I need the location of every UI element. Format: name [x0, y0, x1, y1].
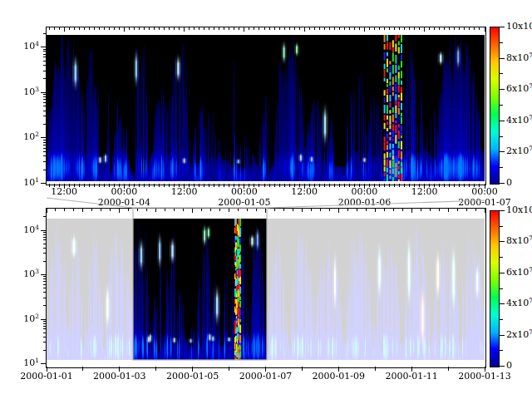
label-base: 2x10: [506, 145, 529, 156]
x-minor-tick: [339, 184, 340, 187]
colorbar-minor-tick: [500, 350, 503, 351]
x-top-minor-tick: [256, 209, 257, 211]
x-top-minor-tick: [279, 27, 280, 30]
y-minor-tick: [43, 161, 47, 162]
label-exponent: 3: [35, 268, 39, 275]
y-minor-tick: [43, 288, 47, 288]
y-minor-tick: [43, 321, 47, 322]
x-minor-tick: [474, 184, 475, 187]
y-minor-tick: [43, 284, 47, 285]
label-base: 10: [23, 268, 35, 279]
x-minor-tick: [404, 184, 405, 187]
y-major-tick: [41, 230, 46, 231]
x-top-minor-tick: [283, 209, 284, 211]
x-top-minor-tick: [101, 209, 101, 211]
date-tick-label: 2000-01-11: [378, 372, 445, 381]
label-base: 10: [23, 131, 35, 142]
colorbar-tick-label: 4x107: [506, 298, 532, 308]
x-top-minor-tick: [219, 209, 220, 211]
x-top-minor-tick: [128, 209, 129, 211]
top-spectrogram-canvas[interactable]: [47, 35, 485, 181]
y-minor-tick: [43, 155, 47, 156]
x-top-minor-tick: [319, 27, 320, 30]
x-top-minor-tick: [54, 27, 55, 30]
x-top-minor-tick: [149, 27, 150, 30]
label-base: 4x10: [506, 298, 529, 308]
label-exponent: 4: [35, 224, 39, 231]
x-minor-tick: [454, 184, 455, 187]
x-top-minor-tick: [110, 209, 111, 211]
x-minor-tick: [224, 184, 224, 187]
x-top-minor-tick: [104, 27, 105, 30]
x-top-minor-tick: [366, 209, 367, 211]
x-top-minor-tick: [238, 209, 239, 211]
colorbar-minor-tick: [500, 105, 503, 106]
x-minor-tick: [434, 184, 435, 187]
x-top-tick: [47, 209, 47, 213]
y-minor-tick: [43, 332, 47, 333]
x-top-minor-tick: [229, 27, 229, 30]
colorbar-minor-tick: [500, 226, 503, 227]
x-major-tick: [155, 367, 156, 371]
y-minor-tick: [43, 61, 47, 62]
x-top-minor-tick: [299, 27, 300, 30]
x-top-minor-tick: [393, 209, 394, 211]
x-top-minor-tick: [259, 27, 259, 30]
x-top-minor-tick: [89, 27, 90, 30]
x-minor-tick: [174, 184, 175, 187]
x-top-minor-tick: [209, 27, 209, 30]
x-top-minor-tick: [419, 27, 420, 30]
x-top-tick: [265, 209, 266, 213]
colorbar-bottom: [490, 210, 500, 367]
colorbar-tick-label: 8x107: [506, 236, 532, 246]
x-top-minor-tick: [454, 27, 455, 30]
colorbar-tick-label: 4x107: [506, 116, 532, 126]
x-minor-tick: [264, 184, 265, 187]
colorbar-tick-label: 0: [506, 361, 512, 371]
y-major-tick: [41, 319, 46, 320]
x-top-minor-tick: [311, 209, 312, 211]
x-top-minor-tick: [369, 27, 370, 30]
y-minor-tick: [43, 57, 47, 57]
x-top-minor-tick: [49, 27, 50, 30]
x-minor-tick: [439, 184, 440, 187]
x-tick-label: 00:00: [451, 187, 518, 196]
x-minor-tick: [354, 184, 355, 187]
y-minor-tick: [43, 261, 47, 262]
colorbar-tick: [500, 183, 505, 184]
overview-spectrogram-canvas[interactable]: [47, 219, 485, 360]
y-major-tick: [41, 92, 46, 93]
x-top-minor-tick: [389, 27, 390, 30]
x-minor-tick: [249, 184, 249, 187]
y-minor-tick: [43, 248, 47, 249]
colorbar-tick: [500, 241, 505, 242]
x-top-minor-tick: [254, 27, 254, 30]
y-minor-tick: [43, 145, 47, 145]
x-top-minor-tick: [219, 27, 219, 30]
y-minor-tick: [43, 51, 47, 52]
x-minor-tick: [449, 184, 450, 187]
x-top-minor-tick: [475, 209, 476, 211]
x-top-minor-tick: [469, 27, 470, 30]
colorbar-tick-label: 6x107: [506, 84, 532, 94]
x-tick-label: 12:00: [151, 187, 218, 196]
x-top-minor-tick: [379, 27, 380, 30]
label-exponent: 7: [529, 234, 532, 242]
x-top-minor-tick: [224, 27, 224, 30]
x-minor-tick: [129, 184, 130, 187]
colorbar-tick: [500, 58, 505, 59]
x-top-minor-tick: [165, 209, 165, 211]
x-minor-tick: [329, 184, 330, 187]
y-minor-tick: [43, 328, 47, 329]
x-top-minor-tick: [119, 27, 120, 30]
x-major-tick: [448, 367, 449, 371]
date-tick-label: 2000-01-13: [451, 372, 518, 381]
y-minor-tick: [43, 94, 47, 95]
x-minor-tick: [269, 184, 270, 187]
x-minor-tick: [384, 184, 385, 187]
x-minor-tick: [84, 184, 85, 187]
date-tick-label: 2000-01-04: [91, 198, 157, 207]
x-minor-tick: [319, 184, 320, 187]
x-minor-tick: [134, 184, 135, 187]
x-minor-tick: [419, 184, 420, 187]
